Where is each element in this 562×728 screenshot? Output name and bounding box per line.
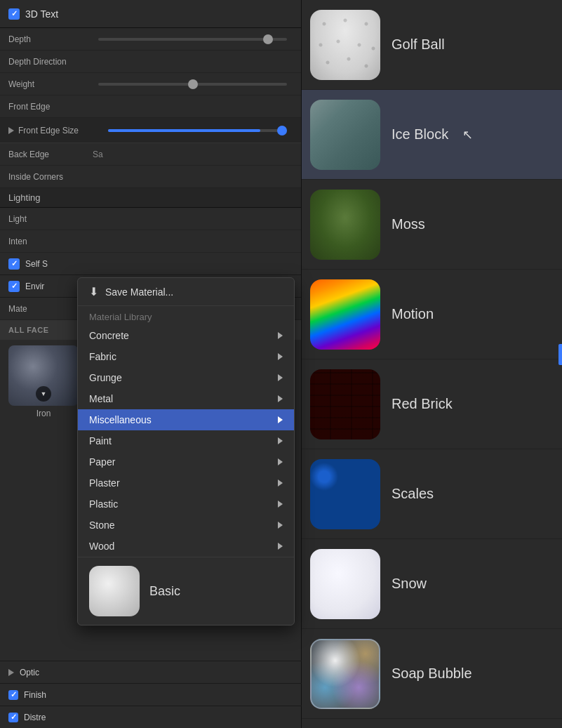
lighting-section: Lighting — [0, 188, 301, 208]
environment-label: Envir — [25, 282, 44, 291]
front-edge-size-thumb[interactable] — [277, 126, 287, 135]
self-shadow-checkbox[interactable] — [8, 258, 20, 270]
paper-label: Paper — [89, 456, 115, 468]
menu-item-grunge[interactable]: Grunge — [78, 367, 294, 388]
moss-name: Moss — [392, 216, 425, 232]
depth-row: Depth — [0, 28, 301, 51]
distre-checkbox[interactable] — [8, 713, 18, 722]
fabric-arrow — [278, 353, 283, 360]
grunge-arrow — [278, 374, 283, 381]
list-item-ice-block[interactable]: Ice Block ↖ — [302, 90, 562, 180]
list-item-scales[interactable]: Scales — [302, 449, 562, 539]
stone-label: Stone — [89, 519, 115, 531]
soap-bubble-name: Soap Bubble — [392, 666, 472, 682]
motion-name: Motion — [392, 306, 434, 322]
expand-icon[interactable] — [8, 127, 14, 134]
inten-label: Inten — [8, 237, 93, 246]
depth-thumb[interactable] — [263, 34, 273, 44]
list-item-moss[interactable]: Moss — [302, 180, 562, 270]
self-shadow-label: Self S — [25, 259, 48, 269]
snow-preview — [310, 549, 380, 619]
optic-row: Optic — [0, 661, 302, 683]
iron-material-thumb[interactable] — [8, 345, 79, 406]
lighting-label: Lighting — [8, 192, 41, 203]
menu-item-paper[interactable]: Paper — [78, 451, 294, 472]
optic-expand-icon[interactable] — [8, 669, 14, 676]
bottom-options: Optic Finish Distre — [0, 661, 302, 728]
golf-ball-name: Golf Ball — [392, 37, 445, 53]
depth-label: Depth — [8, 34, 93, 44]
snow-name: Snow — [392, 576, 427, 592]
inside-corners-row: Inside Corners — [0, 166, 301, 188]
back-edge-value: Sa — [93, 150, 103, 159]
menu-item-miscellaneous[interactable]: Miscellaneous — [78, 409, 294, 430]
stone-arrow — [278, 522, 283, 529]
basic-preview — [89, 566, 140, 616]
weight-thumb[interactable] — [188, 79, 198, 89]
back-edge-label: Back Edge — [8, 150, 93, 159]
depth-slider[interactable] — [98, 38, 287, 41]
menu-item-plastic[interactable]: Plastic — [78, 494, 294, 515]
fabric-label: Fabric — [89, 351, 116, 362]
concrete-arrow — [278, 332, 283, 339]
menu-item-concrete[interactable]: Concrete — [78, 325, 294, 346]
weight-label: Weight — [8, 79, 93, 89]
soap-bubble-preview — [310, 639, 380, 709]
menu-item-stone[interactable]: Stone — [78, 515, 294, 536]
list-item-snow[interactable]: Snow — [302, 539, 562, 629]
front-edge-size-label: Front Edge Size — [18, 126, 102, 135]
front-edge-size-slider[interactable] — [108, 129, 287, 132]
red-brick-preview — [310, 369, 380, 439]
basic-label: Basic — [149, 584, 180, 599]
motion-preview — [310, 279, 380, 350]
grunge-label: Grunge — [89, 372, 122, 383]
self-shadow-row: Self S — [0, 253, 301, 275]
material-library-header: Material Library — [78, 306, 294, 325]
light-label: Light — [8, 214, 93, 224]
finish-checkbox[interactable] — [8, 690, 18, 700]
list-item-motion[interactable]: Motion — [302, 270, 562, 359]
basic-item[interactable]: Basic — [78, 557, 294, 625]
ice-block-preview — [310, 100, 380, 170]
menu-item-plaster[interactable]: Plaster — [78, 472, 294, 494]
panel-header: 3D Text — [0, 0, 301, 28]
wood-label: Wood — [89, 541, 114, 552]
plastic-arrow — [278, 501, 283, 508]
all-faces-label: ALL FACE — [8, 326, 49, 334]
material-dropdown-button[interactable] — [36, 386, 51, 402]
scales-preview — [310, 459, 380, 529]
metal-arrow — [278, 395, 283, 402]
moss-preview — [310, 190, 380, 260]
save-icon: ⬇ — [89, 285, 98, 298]
menu-item-paint[interactable]: Paint — [78, 430, 294, 451]
finish-label: Finish — [24, 690, 46, 700]
weight-row: Weight — [0, 73, 301, 95]
material-library-label: Material Library — [89, 312, 152, 322]
iron-label: Iron — [8, 409, 79, 418]
plaster-label: Plaster — [89, 477, 120, 489]
3d-text-checkbox[interactable] — [8, 8, 20, 20]
miscellaneous-arrow — [278, 416, 283, 423]
light-row: Light — [0, 208, 301, 230]
list-item-golf-ball[interactable]: Golf Ball — [302, 0, 562, 90]
front-edge-label: Front Edge — [8, 102, 93, 112]
material-dropdown-menu: ⬇ Save Material... Material Library Conc… — [77, 277, 295, 626]
depth-direction-row: Depth Direction — [0, 51, 301, 73]
menu-item-fabric[interactable]: Fabric — [78, 346, 294, 367]
menu-item-metal[interactable]: Metal — [78, 388, 294, 409]
menu-item-wood[interactable]: Wood — [78, 536, 294, 557]
environment-checkbox[interactable] — [8, 281, 20, 292]
plaster-arrow — [278, 479, 283, 487]
paper-arrow — [278, 458, 283, 465]
weight-slider[interactable] — [98, 83, 287, 86]
paint-label: Paint — [89, 435, 112, 446]
list-item-red-brick[interactable]: Red Brick — [302, 359, 562, 449]
metal-label: Metal — [89, 393, 113, 404]
scales-name: Scales — [392, 486, 434, 502]
right-panel: Golf Ball Ice Block ↖ Moss Motion Red Br… — [302, 0, 562, 728]
ice-block-name: Ice Block — [392, 126, 448, 143]
save-material-label: Save Material... — [105, 286, 173, 298]
list-item-soap-bubble[interactable]: Soap Bubble — [302, 629, 562, 719]
right-accent-bar — [558, 344, 562, 365]
save-material-button[interactable]: ⬇ Save Material... — [78, 278, 294, 306]
